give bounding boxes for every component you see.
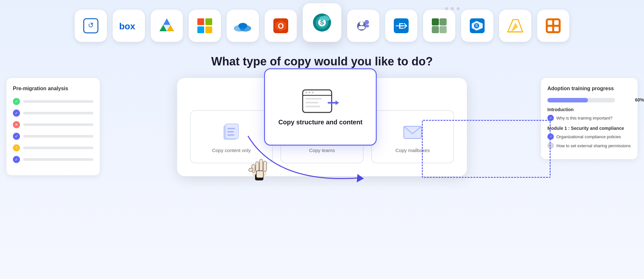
teams-icon[interactable] (347, 10, 379, 42)
svg-rect-29 (358, 26, 365, 29)
copy-structure-icon (301, 88, 340, 119)
svg-rect-35 (440, 18, 447, 25)
bar-1 (23, 100, 93, 103)
svg-text:S: S (475, 24, 478, 28)
svg-rect-31 (365, 25, 369, 27)
bar-3 (23, 123, 93, 126)
dot-3 (457, 7, 460, 10)
dashed-target-box (422, 120, 551, 178)
analysis-row-3: ✕ (13, 121, 93, 128)
left-panel: Pre-migration analysis ✓ ✓ ✕ ✓ ! (6, 78, 100, 175)
svg-rect-34 (432, 18, 439, 25)
progress-percent: 60% (635, 97, 644, 102)
adoption-training-title: Adoption training progress (547, 86, 631, 91)
svg-rect-77 (256, 171, 263, 178)
copy-structure-card[interactable]: Copy structure and content (264, 68, 377, 146)
main-container: ↺ ↕ box (0, 0, 644, 279)
svg-rect-47 (548, 27, 552, 31)
training-text-3: How to set external sharing permissions (556, 143, 631, 148)
copy-mailboxes-icon (401, 120, 424, 143)
svg-rect-11 (205, 18, 212, 25)
svg-rect-61 (227, 128, 235, 129)
svg-rect-72 (260, 159, 263, 171)
svg-rect-13 (205, 26, 212, 33)
content-area: Pre-migration analysis ✓ ✓ ✕ ✓ ! (0, 78, 644, 279)
status-warn-1: ! (13, 144, 20, 151)
onedrive-icon[interactable] (227, 10, 259, 42)
dot-2 (451, 7, 454, 10)
svg-rect-10 (197, 18, 204, 25)
bar-2 (23, 112, 93, 114)
main-heading: What type of copy would you like to do? (211, 55, 433, 68)
bar-5 (23, 147, 93, 149)
analysis-row-4: ✓ (13, 133, 93, 140)
box-icon[interactable]: box (113, 10, 145, 42)
svg-rect-54 (306, 98, 322, 100)
sharepoint2-icon[interactable]: S (461, 10, 493, 42)
status-x-1: ✕ (13, 121, 20, 128)
azure-icon[interactable] (499, 10, 531, 42)
svg-point-28 (360, 22, 364, 25)
status-check-2: ✓ (13, 110, 20, 117)
status-check-3: ✓ (13, 133, 20, 140)
office-icon[interactable]: O (265, 10, 297, 42)
windows-icon[interactable] (189, 10, 221, 42)
svg-rect-46 (554, 20, 559, 25)
status-check-1: ✓ (13, 98, 20, 105)
svg-point-53 (312, 91, 314, 93)
svg-rect-71 (256, 162, 259, 171)
status-check-4: ✓ (13, 156, 20, 163)
svg-point-30 (365, 20, 369, 24)
svg-text:O: O (278, 22, 284, 30)
svg-rect-73 (263, 161, 267, 171)
svg-rect-36 (432, 26, 439, 33)
bar-6 (23, 158, 93, 161)
training-text-2: Organizational compliance policies (556, 134, 621, 139)
planner-icon[interactable] (423, 10, 455, 42)
svg-rect-62 (227, 131, 234, 132)
svg-rect-37 (440, 26, 447, 33)
svg-marker-57 (336, 101, 339, 105)
training-item-1: ✓ Why is this training important? (547, 115, 631, 121)
svg-marker-78 (357, 174, 364, 182)
progress-bar-fill (547, 98, 588, 102)
svg-rect-56 (306, 106, 320, 107)
svg-point-25 (319, 16, 325, 20)
backup-icon[interactable]: ↺ ↕ (75, 10, 107, 42)
training-text-1: Why is this training important? (556, 116, 612, 120)
dot-1 (445, 7, 448, 10)
hand-cursor (248, 152, 274, 186)
training-item-2: ✓ Organizational compliance policies (547, 133, 631, 140)
svg-marker-42 (511, 23, 518, 32)
pre-migration-title: Pre-migration analysis (13, 86, 93, 91)
progress-bar (547, 98, 615, 102)
svg-point-52 (308, 91, 310, 93)
grid-icon[interactable] (537, 10, 569, 42)
training-item-3: ✓ How to set external sharing permission… (547, 142, 631, 149)
analysis-row-2: ✓ (13, 110, 93, 117)
sharepoint-active-icon[interactable]: S (303, 3, 341, 42)
analysis-row-1: ✓ (13, 98, 93, 105)
icons-row: ↺ ↕ box (75, 6, 569, 45)
center-modal: Copy structure and content (177, 78, 467, 176)
right-panel: Adoption training progress 60% Introduct… (541, 78, 638, 159)
introduction-title: Introduction (547, 107, 631, 112)
svg-text:↕: ↕ (90, 21, 92, 24)
svg-rect-45 (548, 20, 552, 25)
exchange-icon[interactable]: E (385, 10, 417, 42)
google-drive-icon[interactable] (151, 10, 183, 42)
svg-rect-12 (197, 26, 204, 33)
analysis-row-6: ✓ (13, 156, 93, 163)
svg-rect-48 (554, 27, 559, 31)
svg-marker-9 (163, 18, 170, 25)
svg-point-26 (325, 17, 330, 21)
svg-point-51 (305, 91, 307, 93)
svg-point-16 (238, 23, 247, 29)
analysis-row-5: ! (13, 144, 93, 151)
bar-4 (23, 135, 93, 138)
pagination-dots (445, 7, 460, 10)
svg-rect-49 (303, 90, 332, 112)
svg-rect-63 (227, 134, 234, 136)
module1-title: Module 1 : Security and compliance (547, 126, 631, 131)
svg-text:box: box (119, 21, 135, 31)
